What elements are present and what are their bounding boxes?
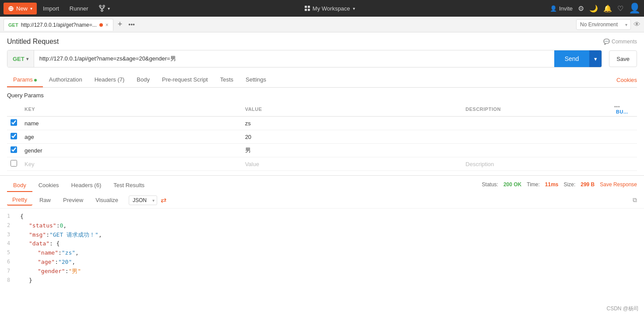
avatar[interactable]: 👤 — [629, 3, 640, 14]
svg-point-2 — [101, 10, 103, 11]
environment-select[interactable]: No Environment — [576, 19, 631, 30]
comments-icon: 💬 — [603, 39, 610, 45]
workspace-arrow: ▾ — [353, 6, 355, 11]
json-line-2: 2 "status" : 0 , — [7, 221, 637, 231]
new-label: New — [16, 5, 28, 12]
invite-button[interactable]: 👤 Invite — [546, 4, 576, 14]
copy-icon[interactable]: ⧉ — [633, 196, 637, 204]
top-nav: ⊕ New ▾ Import Runner ▾ My Workspace ▾ 👤… — [0, 0, 644, 17]
view-tab-raw[interactable]: Raw — [34, 195, 56, 205]
tab-pre-request-script[interactable]: Pre-request Script — [156, 73, 214, 87]
th-actions: ••• Bu... — [611, 102, 637, 117]
th-key: KEY — [21, 102, 242, 117]
nav-center: My Workspace ▾ — [115, 5, 545, 12]
json-line-8: 8 } — [7, 276, 637, 285]
url-bar-wrapper: GET ▾ Send ▾ Save — [7, 50, 637, 67]
method-selector[interactable]: GET ▾ — [7, 50, 34, 67]
param-key-name: name — [25, 120, 39, 127]
bulk-edit-label[interactable]: Bu... — [616, 109, 628, 114]
save-response-button[interactable]: Save Response — [600, 181, 637, 188]
tab-close-button[interactable]: × — [106, 22, 109, 28]
environment-selector[interactable]: No Environment ▾ — [576, 19, 631, 30]
time-value: 11ms — [545, 181, 559, 188]
param-checkbox-gender[interactable] — [11, 146, 17, 153]
runner-button[interactable]: Runner — [65, 4, 93, 14]
param-value-age: 20 — [245, 134, 251, 140]
moon-icon[interactable]: 🌙 — [589, 4, 598, 13]
url-input[interactable] — [34, 50, 554, 67]
table-row-empty: Key Value Description — [7, 157, 637, 171]
wrap-icon[interactable]: ⇄ — [161, 196, 166, 204]
param-checkbox-name[interactable] — [11, 119, 17, 126]
send-button[interactable]: Send — [554, 50, 590, 67]
request-title-bar: Untitled Request 💬 Comments — [7, 38, 637, 46]
body-view-bar: Pretty Raw Preview Visualize JSON ▾ ⇄ ⧉ — [0, 192, 644, 209]
invite-person-icon: 👤 — [550, 5, 557, 12]
view-tab-pretty[interactable]: Pretty — [7, 195, 32, 206]
status-value: 200 OK — [503, 181, 521, 188]
url-bar: GET ▾ Send ▾ — [7, 50, 602, 67]
fork-arrow: ▾ — [108, 6, 110, 11]
workspace-grid-icon — [305, 6, 310, 11]
env-settings-icon[interactable]: 👁 — [633, 21, 640, 28]
th-value: VALUE — [242, 102, 462, 117]
size-value: 299 B — [581, 181, 595, 188]
param-desc-placeholder: Description — [465, 161, 494, 167]
heart-icon[interactable]: ♡ — [617, 4, 623, 13]
view-tab-preview[interactable]: Preview — [58, 195, 88, 205]
response-tabs-bar: Body Cookies Headers (6) Test Results St… — [0, 176, 644, 192]
bulk-edit-icon[interactable]: ••• — [614, 104, 620, 109]
tab-url: http://127.0.0.1/api/get?name=... — [21, 22, 97, 28]
save-button[interactable]: Save — [609, 50, 637, 67]
request-title: Untitled Request — [7, 38, 59, 46]
query-params-title: Query Params — [7, 92, 637, 99]
resp-tab-headers[interactable]: Headers (6) — [65, 179, 108, 192]
tab-authorization[interactable]: Authorization — [43, 73, 88, 87]
param-value-name: zs — [245, 120, 251, 127]
workspace-label: My Workspace — [313, 5, 350, 12]
time-label: Time: — [527, 181, 540, 188]
json-format-selector[interactable]: JSON ▾ — [129, 195, 157, 205]
comments-button[interactable]: 💬 Comments — [603, 39, 637, 45]
th-description: DESCRIPTION — [462, 102, 611, 117]
fork-icon[interactable]: ▾ — [95, 3, 113, 14]
params-dot — [34, 79, 37, 82]
json-format-select[interactable]: JSON — [129, 195, 157, 205]
tab-body[interactable]: Body — [130, 73, 156, 87]
request-tabs: Params Authorization Headers (7) Body Pr… — [7, 73, 637, 88]
param-checkbox-new[interactable] — [11, 160, 17, 167]
resp-tab-body[interactable]: Body — [7, 179, 32, 192]
json-line-5: 5 "name" : "zs" , — [7, 249, 637, 258]
param-checkbox-age[interactable] — [11, 133, 17, 139]
tab-headers[interactable]: Headers (7) — [88, 73, 131, 87]
response-status-bar: Status: 200 OK Time: 11ms Size: 299 B Sa… — [482, 181, 637, 190]
method-value: GET — [13, 56, 25, 62]
json-line-6: 6 "age" : "20" , — [7, 258, 637, 267]
tab-settings[interactable]: Settings — [239, 73, 272, 87]
table-row: age 20 — [7, 130, 637, 144]
param-value-gender: 男 — [245, 147, 251, 153]
view-tab-visualize[interactable]: Visualize — [90, 195, 123, 205]
environment-area: No Environment ▾ 👁 — [576, 19, 640, 30]
invite-label: Invite — [559, 5, 573, 12]
settings-icon[interactable]: ⚙ — [578, 4, 584, 13]
th-check — [7, 102, 21, 117]
param-value-placeholder: Value — [245, 161, 259, 167]
resp-tab-cookies[interactable]: Cookies — [32, 179, 65, 192]
request-tab[interactable]: GET http://127.0.0.1/api/get?name=... × — [4, 19, 113, 31]
params-table: KEY VALUE DESCRIPTION ••• Bu... name zs — [7, 102, 637, 171]
send-dropdown-button[interactable]: ▾ — [589, 50, 602, 67]
bell-icon[interactable]: 🔔 — [603, 4, 612, 13]
tab-params[interactable]: Params — [7, 73, 43, 87]
tab-tests[interactable]: Tests — [214, 73, 239, 87]
cookies-link[interactable]: Cookies — [616, 73, 637, 87]
new-tab-button[interactable]: + — [115, 20, 125, 29]
svg-point-1 — [103, 5, 105, 7]
resp-tab-test-results[interactable]: Test Results — [107, 179, 151, 192]
more-tabs-button[interactable]: ••• — [127, 21, 137, 28]
workspace-button[interactable]: My Workspace ▾ — [305, 5, 355, 12]
tab-bar: GET http://127.0.0.1/api/get?name=... × … — [0, 17, 644, 32]
import-button[interactable]: Import — [39, 4, 63, 14]
new-button[interactable]: ⊕ New ▾ — [4, 3, 37, 14]
method-arrow: ▾ — [26, 57, 28, 61]
